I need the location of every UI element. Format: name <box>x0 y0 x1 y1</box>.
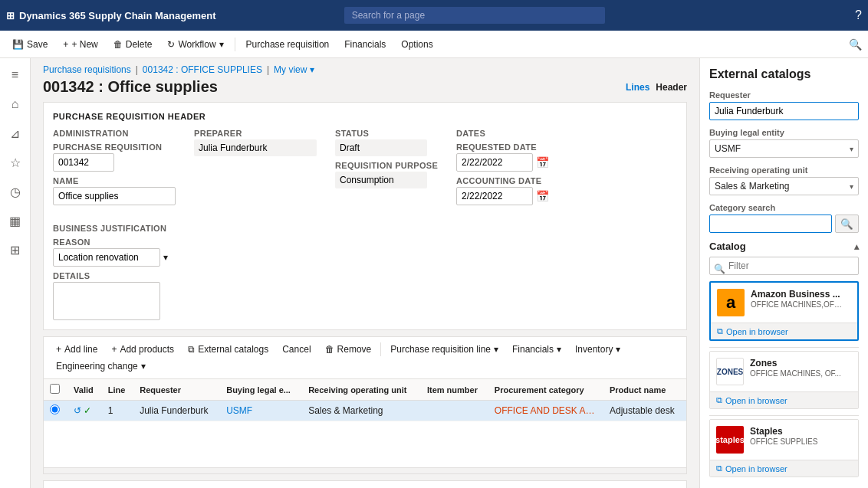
zones-catalog-name: Zones <box>750 358 852 368</box>
external-catalogs-button[interactable]: ⧉ External catalogs <box>182 342 275 357</box>
sidebar-item-modules[interactable]: ⊞ <box>2 236 29 264</box>
purchase-req-group: Purchase requisition <box>53 142 176 172</box>
row-receiving-op-cell: Sales & Marketing <box>302 401 421 421</box>
category-search-input[interactable] <box>709 215 832 233</box>
financials-line-button[interactable]: Financials ▾ <box>506 342 567 357</box>
buying-legal-select[interactable]: USMF ▾ <box>709 139 859 158</box>
col-line-header: Line <box>102 379 133 401</box>
receiving-op-select[interactable]: Sales & Marketing ▾ <box>709 177 859 195</box>
requested-date-group: Requested date 📅 <box>456 142 549 172</box>
preparer-group: Preparer <box>194 129 317 205</box>
calendar-icon-requested[interactable]: 📅 <box>536 156 549 169</box>
zones-open-browser[interactable]: ⧉ Open in browser <box>710 391 858 408</box>
breadcrumb-sep2: | <box>267 64 269 75</box>
add-line-button[interactable]: + Add line <box>50 342 104 357</box>
delete-button[interactable]: 🗑 Delete <box>107 36 159 53</box>
global-search[interactable] <box>344 7 605 24</box>
sidebar-item-favorites[interactable]: ☆ <box>2 149 29 176</box>
buying-legal-chevron: ▾ <box>850 145 853 153</box>
staples-open-browser[interactable]: ⧉ Open in browser <box>710 460 858 477</box>
financials-button[interactable]: Financials <box>338 36 392 53</box>
external-catalogs-icon: ⧉ <box>188 344 195 355</box>
row-proc-cat-cell: OFFICE AND DESK ACCESSORIES <box>488 401 603 421</box>
sidebar-item-filter[interactable]: ⊿ <box>2 120 29 147</box>
staples-card-header: staples Staples OFFICE SUPPLIES <box>710 420 858 460</box>
options-button[interactable]: Options <box>395 36 439 53</box>
catalog-section-label: Catalog ▴ <box>709 241 859 252</box>
amazon-open-icon: ⧉ <box>717 326 723 336</box>
staples-catalog-card: staples Staples OFFICE SUPPLIES ⧉ Open i… <box>709 419 859 477</box>
engineering-change-button[interactable]: Engineering change ▾ <box>50 359 152 374</box>
sidebar: ≡ ⌂ ⊿ ☆ ◷ ▦ ⊞ <box>0 58 31 488</box>
purchase-req-field[interactable] <box>53 153 114 172</box>
breadcrumb-purchase-requisitions[interactable]: Purchase requisitions <box>43 64 131 75</box>
requester-input[interactable] <box>709 102 859 120</box>
toolbar-sep <box>380 342 381 356</box>
requested-date-field[interactable] <box>456 153 533 172</box>
dates-label: DATES <box>456 129 549 138</box>
section-title-header: Purchase requisition header <box>53 112 677 121</box>
header-button[interactable]: Header <box>656 82 687 93</box>
req-purpose-group: Requisition purpose <box>335 161 438 188</box>
staples-logo: staples <box>716 426 744 454</box>
new-icon: + <box>63 39 68 50</box>
receiving-op-field: Receiving operating unit Sales & Marketi… <box>709 165 859 195</box>
admin-group: ADMINISTRATION Purchase requisition Name <box>53 129 176 205</box>
reason-field[interactable] <box>53 248 160 267</box>
search-input[interactable] <box>344 7 605 24</box>
col-requester-header: Requester <box>133 379 220 401</box>
workflow-button[interactable]: ↻ Workflow ▾ <box>161 36 229 53</box>
catalog-collapse-icon[interactable]: ▴ <box>854 241 859 252</box>
col-item-num-header: Item number <box>421 379 488 401</box>
req-purpose-field <box>335 172 427 188</box>
purchase-req-line-button[interactable]: Purchase requisition line ▾ <box>384 342 505 357</box>
sidebar-item-home[interactable]: ⌂ <box>2 90 29 118</box>
add-line-icon: + <box>56 344 61 355</box>
purchase-requisition-button[interactable]: Purchase requisition <box>240 36 336 53</box>
name-label: Name <box>53 176 176 185</box>
buying-legal-field: Buying legal entity USMF ▾ <box>709 128 859 158</box>
grid-icon: ⊞ <box>6 10 15 21</box>
breadcrumb-order[interactable]: 001342 : OFFICE SUPPLIES <box>143 64 262 75</box>
lines-button[interactable]: Lines <box>626 82 649 93</box>
save-button[interactable]: 💾 Save <box>6 36 54 53</box>
inventory-button[interactable]: Inventory ▾ <box>569 342 626 357</box>
accounting-date-field[interactable] <box>456 187 533 205</box>
select-all-checkbox[interactable] <box>50 384 60 394</box>
financials-chevron: ▾ <box>557 344 561 355</box>
status-label: Status <box>335 129 438 138</box>
category-search-button[interactable]: 🔍 <box>835 215 859 233</box>
top-bar: ⊞ Dynamics 365 Supply Chain Management ? <box>0 0 868 31</box>
row-valid-cell: ↺ ✓ <box>67 401 102 421</box>
remove-button[interactable]: 🗑 Remove <box>319 342 378 357</box>
catalog-filter-input[interactable] <box>709 257 859 275</box>
sidebar-item-recent[interactable]: ◷ <box>2 178 29 205</box>
reason-chevron-icon[interactable]: ▾ <box>163 252 168 263</box>
name-field[interactable] <box>53 187 176 205</box>
calendar-icon-accounting[interactable]: 📅 <box>536 190 549 202</box>
catalog-divider-2 <box>709 415 859 416</box>
purchase-req-label: Purchase requisition <box>53 142 176 152</box>
workflow-icon: ↻ <box>167 39 175 50</box>
amazon-logo: a <box>717 289 745 316</box>
page-search-icon[interactable]: 🔍 <box>849 38 862 51</box>
row-radio[interactable] <box>50 404 60 414</box>
table-row[interactable]: ↺ ✓ 1 Julia Funderburk USMF Sales & Mark… <box>44 401 686 421</box>
new-button[interactable]: + + New <box>57 36 104 53</box>
breadcrumb-view[interactable]: My view ▾ <box>274 64 314 75</box>
help-icon[interactable]: ? <box>855 8 862 22</box>
sidebar-item-menu[interactable]: ≡ <box>2 61 29 89</box>
add-products-button[interactable]: + Add products <box>105 342 180 357</box>
details-field[interactable] <box>53 282 160 320</box>
sidebar-item-workspaces[interactable]: ▦ <box>2 207 29 234</box>
table-toolbar: + Add line + Add products ⧉ External cat… <box>44 337 686 379</box>
row-select-cell[interactable] <box>44 401 67 421</box>
horizontal-scrollbar[interactable] <box>44 467 686 473</box>
category-search-field: Category search 🔍 <box>709 203 859 233</box>
cancel-button[interactable]: Cancel <box>276 342 317 357</box>
amazon-open-browser[interactable]: ⧉ Open in browser <box>711 323 857 339</box>
catalog-divider-1 <box>709 347 859 348</box>
row-buying-legal-cell[interactable]: USMF <box>220 401 302 421</box>
zones-catalog-sub: OFFICE MACHINES, OF... <box>750 369 842 378</box>
table-header-row: Valid Line Requester Buying legal e... R… <box>44 379 686 401</box>
